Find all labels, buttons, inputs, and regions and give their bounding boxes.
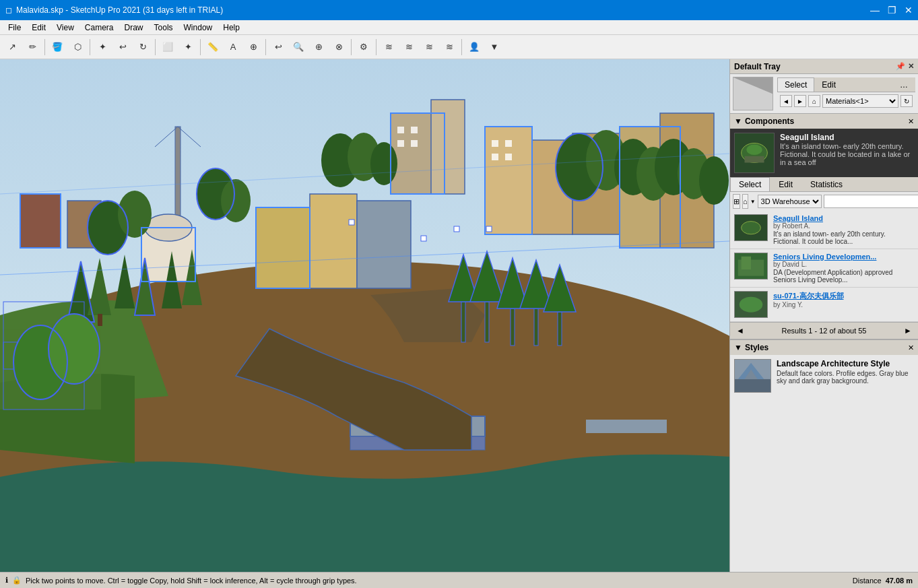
- tool-move[interactable]: ✦: [93, 38, 112, 57]
- distance-value: 47.08 m: [886, 577, 913, 585]
- materials-select-tab[interactable]: Select: [777, 77, 814, 92]
- comp-item-title[interactable]: Seagull Island: [773, 214, 914, 222]
- comp-list-item[interactable]: Seagull Island by Robert A. It's an isla…: [730, 211, 918, 249]
- materials-back-btn[interactable]: ◄: [780, 95, 792, 107]
- status-message: Pick two points to move. Ctrl = toggle C…: [26, 577, 357, 585]
- tool-orbit[interactable]: ↩: [269, 38, 288, 57]
- tool-tape[interactable]: 📏: [203, 38, 222, 57]
- comp-list-item[interactable]: Seniors Living Developmen... by David L.…: [730, 249, 918, 288]
- tool-user[interactable]: 👤: [465, 38, 484, 57]
- comp-tab-select[interactable]: Select: [730, 177, 770, 191]
- comp-item-author: by Robert A.: [773, 222, 914, 230]
- svg-rect-30: [492, 154, 498, 160]
- tool-follow[interactable]: ✦: [178, 38, 197, 57]
- svg-point-37: [118, 191, 152, 238]
- tool-rotate[interactable]: ↩: [113, 38, 132, 57]
- tool-push[interactable]: ⬜: [158, 38, 177, 57]
- comp-home-btn[interactable]: ⌂: [742, 194, 748, 209]
- svg-rect-107: [735, 379, 771, 392]
- tool-select[interactable]: ↗: [3, 38, 22, 57]
- comp-item-title[interactable]: su-071-高尔夫俱乐部: [773, 291, 914, 301]
- styles-title: Landscape Architecture Style: [777, 359, 890, 368]
- comp-next-page-btn[interactable]: ►: [902, 325, 914, 337]
- comp-item-title[interactable]: Seniors Living Developmen...: [773, 253, 914, 261]
- tool-shaded[interactable]: ≋: [440, 38, 459, 57]
- comp-item-thumbnail: [734, 291, 768, 318]
- tool-zoom-extents[interactable]: ⊗: [329, 38, 348, 57]
- close-button[interactable]: ✕: [905, 5, 913, 15]
- menu-tools[interactable]: Tools: [149, 22, 178, 34]
- tool-eraser[interactable]: ✏: [23, 38, 42, 57]
- status-info-icon: ℹ: [5, 576, 8, 585]
- materials-edit-tab[interactable]: Edit: [814, 77, 843, 92]
- window-title: Malavida.skp - SketchUp Pro 2021 (31 day…: [16, 5, 223, 15]
- comp-grid-btn[interactable]: ⊞: [733, 194, 740, 209]
- components-collapse-icon: ▼: [734, 117, 742, 126]
- comp-prev-page-btn[interactable]: ◄: [734, 325, 746, 337]
- menu-window[interactable]: Window: [178, 22, 218, 34]
- svg-rect-89: [558, 312, 562, 346]
- maximize-button[interactable]: ❐: [888, 5, 896, 15]
- comp-preview: Seagull Island It's an island town- earl…: [730, 129, 918, 177]
- toolbar: ↗ ✏ 🪣 ⬡ ✦ ↩ ↻ ⬜ ✦ 📏 A ⊕ ↩ 🔍 ⊕ ⊗ ⚙ ≋ ≋ ≋ …: [0, 35, 918, 59]
- comp-list-item[interactable]: su-071-高尔夫俱乐部 by Xing Y.: [730, 288, 918, 322]
- tool-section[interactable]: ⚙: [354, 38, 373, 57]
- comp-item-author: by David L.: [773, 261, 914, 268]
- menu-file[interactable]: File: [3, 22, 26, 34]
- tool-pan[interactable]: 🔍: [289, 38, 308, 57]
- tool-zoom[interactable]: ⊕: [309, 38, 328, 57]
- components-section: ▼ Components ✕: [730, 114, 918, 339]
- comp-home-dropdown-icon[interactable]: ▼: [750, 199, 756, 205]
- materials-home-btn[interactable]: ⌂: [808, 95, 820, 107]
- tool-scale[interactable]: ↻: [133, 38, 152, 57]
- materials-section: Select Edit … ◄ ► ⌂ Materials<1> ↻: [730, 74, 918, 114]
- right-panel: Default Tray 📌 ✕ Select Edit: [729, 59, 918, 572]
- materials-dropdown[interactable]: Materials<1>: [822, 94, 898, 108]
- tool-hidden[interactable]: ≋: [420, 38, 438, 57]
- svg-rect-83: [485, 302, 489, 342]
- tray-header-buttons: 📌 ✕: [896, 62, 914, 71]
- menu-view[interactable]: View: [51, 22, 79, 34]
- viewport[interactable]: [0, 59, 729, 572]
- materials-refresh-btn[interactable]: ↻: [900, 95, 913, 107]
- comp-item-thumbnail: [734, 214, 768, 241]
- default-tray-header: Default Tray 📌 ✕: [730, 59, 918, 74]
- tool-xray[interactable]: ≋: [379, 38, 398, 57]
- toolbar-separator-3: [155, 39, 156, 55]
- comp-item-info: Seniors Living Developmen... by David L.…: [773, 253, 914, 284]
- tray-close-icon[interactable]: ✕: [908, 62, 914, 71]
- comp-results-label: Results 1 - 12 of about 55: [782, 327, 867, 335]
- menu-camera[interactable]: Camera: [79, 22, 119, 34]
- svg-rect-29: [505, 140, 512, 147]
- svg-rect-72: [486, 226, 492, 232]
- comp-tab-statistics[interactable]: Statistics: [801, 177, 851, 191]
- toolbar-separator-8: [461, 39, 462, 55]
- materials-forward-btn[interactable]: ►: [794, 95, 806, 107]
- tool-text[interactable]: A: [224, 38, 242, 57]
- minimize-button[interactable]: —: [870, 5, 880, 15]
- svg-rect-5: [586, 420, 667, 433]
- svg-rect-21: [256, 207, 310, 288]
- distance-label: Distance: [853, 577, 882, 585]
- styles-close-btn[interactable]: ✕: [908, 344, 914, 352]
- menu-help[interactable]: Help: [218, 22, 245, 34]
- svg-rect-103: [742, 257, 751, 269]
- svg-rect-31: [505, 154, 512, 160]
- tool-user-dropdown[interactable]: ▼: [485, 38, 504, 57]
- svg-point-97: [746, 144, 762, 154]
- comp-source-dropdown[interactable]: 3D Warehouse: [758, 195, 822, 208]
- tool-axes[interactable]: ⊕: [244, 38, 263, 57]
- components-close-btn[interactable]: ✕: [908, 117, 914, 126]
- menu-edit[interactable]: Edit: [26, 22, 51, 34]
- tool-wireframe[interactable]: ≋: [399, 38, 418, 57]
- materials-more-btn[interactable]: …: [892, 77, 915, 92]
- tool-paint[interactable]: 🪣: [48, 38, 67, 57]
- components-section-header[interactable]: ▼ Components ✕: [730, 114, 918, 129]
- comp-tab-edit[interactable]: Edit: [770, 177, 801, 191]
- menu-draw[interactable]: Draw: [119, 22, 149, 34]
- tool-shape[interactable]: ⬡: [68, 38, 87, 57]
- comp-search-input[interactable]: [824, 195, 918, 208]
- styles-section-header[interactable]: ▼ Styles ✕: [730, 340, 918, 355]
- materials-thumbnail: [733, 77, 773, 110]
- tray-pin-icon[interactable]: 📌: [896, 62, 905, 71]
